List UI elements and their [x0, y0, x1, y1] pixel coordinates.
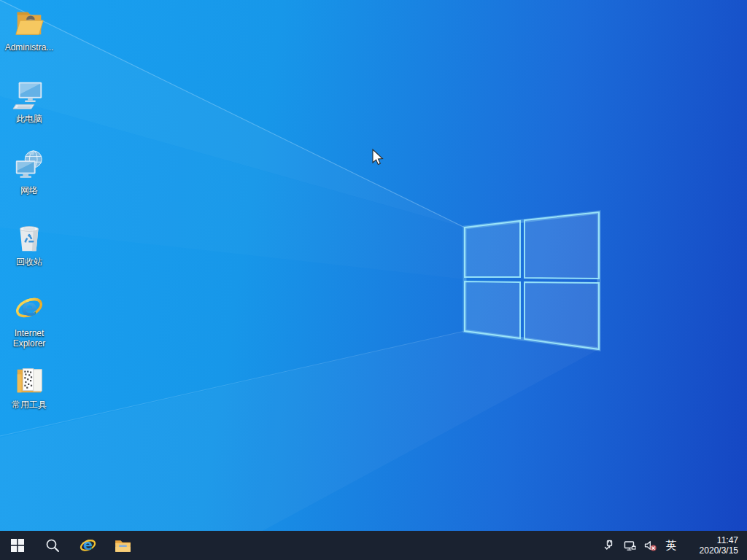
folder-icon: [114, 537, 132, 555]
tools-folder-icon: [12, 362, 47, 398]
ie-icon: e: [12, 290, 47, 327]
svg-text:e: e: [21, 294, 37, 322]
mouse-cursor: [369, 147, 387, 166]
desktop-icon-label: Administra...: [5, 42, 54, 52]
language-indicator[interactable]: 英: [661, 531, 681, 560]
system-tray: 英 11:47 2020/3/15: [600, 531, 747, 560]
windows-logo-wallpaper-art: [0, 0, 747, 531]
desktop-icon-internet-explorer[interactable]: e Internet Explorer: [1, 290, 57, 349]
computer-icon: [12, 76, 47, 112]
search-button[interactable]: [35, 531, 70, 560]
desktop-icon-network[interactable]: 网络: [1, 147, 57, 195]
desktop-icon-label: 此电脑: [16, 114, 42, 124]
desktop-icon-recycle-bin[interactable]: 回收站: [1, 219, 57, 267]
desktop-icon-this-pc[interactable]: 此电脑: [1, 76, 57, 124]
desktop-icon-label: 网络: [20, 185, 38, 195]
clock-date: 2020/3/15: [684, 545, 738, 556]
taskbar-empty-area: [140, 531, 600, 560]
desktop-icon-label: Internet Explorer: [2, 328, 56, 349]
taskbar-clock[interactable]: 11:47 2020/3/15: [683, 535, 744, 556]
usb-safely-remove-icon[interactable]: [600, 531, 619, 560]
ie-icon: e: [78, 536, 98, 556]
network-status-icon[interactable]: [620, 531, 639, 560]
windows-start-icon: [11, 539, 24, 552]
desktop-icon-label: 回收站: [16, 257, 42, 267]
search-icon: [45, 538, 60, 553]
taskbar: e: [0, 531, 747, 560]
network-globe-icon: [12, 147, 47, 184]
desktop-wallpaper: Administra... 此电脑: [0, 0, 747, 531]
start-button[interactable]: [0, 531, 35, 560]
recycle-bin-icon: [12, 219, 47, 255]
desktop-icon-common-tools[interactable]: 常用工具: [1, 362, 57, 410]
desktop-icon-administrator[interactable]: Administra...: [1, 4, 57, 52]
user-folder-icon: [12, 4, 47, 41]
svg-text:e: e: [83, 537, 93, 553]
taskbar-ie-button[interactable]: e: [70, 531, 105, 560]
taskbar-file-explorer-button[interactable]: [105, 531, 140, 560]
clock-time: 11:47: [684, 535, 738, 545]
speaker-muted-icon[interactable]: [640, 531, 659, 560]
desktop-icon-label: 常用工具: [12, 400, 47, 410]
